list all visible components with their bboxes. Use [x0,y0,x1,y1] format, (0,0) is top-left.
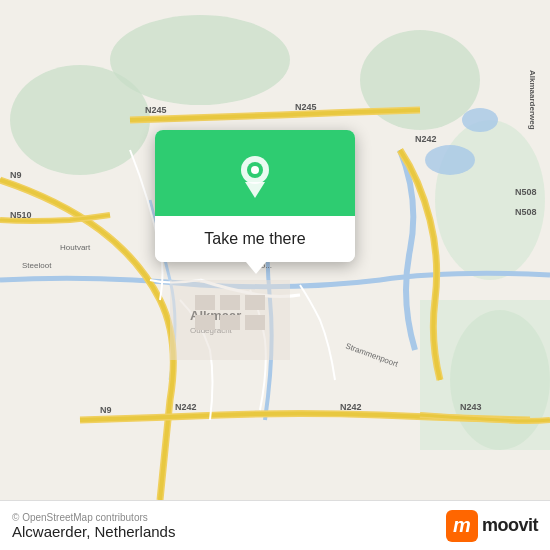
svg-text:N9: N9 [10,170,22,180]
footer: © OpenStreetMap contributors Alcwaerder,… [0,500,550,550]
svg-point-3 [360,30,480,130]
svg-text:N508: N508 [515,207,537,217]
svg-text:Steeloot: Steeloot [22,261,52,270]
svg-rect-28 [195,295,215,310]
svg-point-7 [425,145,475,175]
svg-text:N243: N243 [460,402,482,412]
moovit-m-icon: m [446,510,478,542]
moovit-logo[interactable]: m moovit [446,510,538,542]
svg-text:N9: N9 [100,405,112,415]
moovit-wordmark: moovit [482,515,538,536]
svg-text:N242: N242 [415,134,437,144]
svg-point-8 [462,108,498,132]
svg-text:N242: N242 [175,402,197,412]
svg-text:Alkmaarderweg: Alkmaarderweg [528,70,537,130]
svg-text:N242: N242 [340,402,362,412]
svg-rect-30 [245,295,265,310]
svg-text:N508: N508 [515,187,537,197]
svg-rect-32 [220,315,240,330]
popup-green-area [155,130,355,216]
footer-location: Alcwaerder, Netherlands [12,523,175,540]
footer-left: © OpenStreetMap contributors Alcwaerder,… [12,512,175,540]
svg-text:N245: N245 [295,102,317,112]
footer-attribution: © OpenStreetMap contributors [12,512,175,523]
svg-point-2 [110,15,290,105]
svg-point-36 [251,166,259,174]
take-me-there-button[interactable]: Take me there [155,216,355,262]
map-container: N9 N510 N245 N245 Alkmaarderweg N242 N50… [0,0,550,500]
location-pin-icon [237,154,273,198]
svg-text:N510: N510 [10,210,32,220]
svg-text:N245: N245 [145,105,167,115]
popup-tail [246,262,266,274]
popup-card: Take me there [155,130,355,262]
svg-rect-33 [245,315,265,330]
svg-rect-31 [195,315,215,330]
svg-point-4 [435,120,545,280]
svg-rect-29 [220,295,240,310]
svg-text:Houtvart: Houtvart [60,243,91,252]
svg-marker-37 [245,182,265,198]
